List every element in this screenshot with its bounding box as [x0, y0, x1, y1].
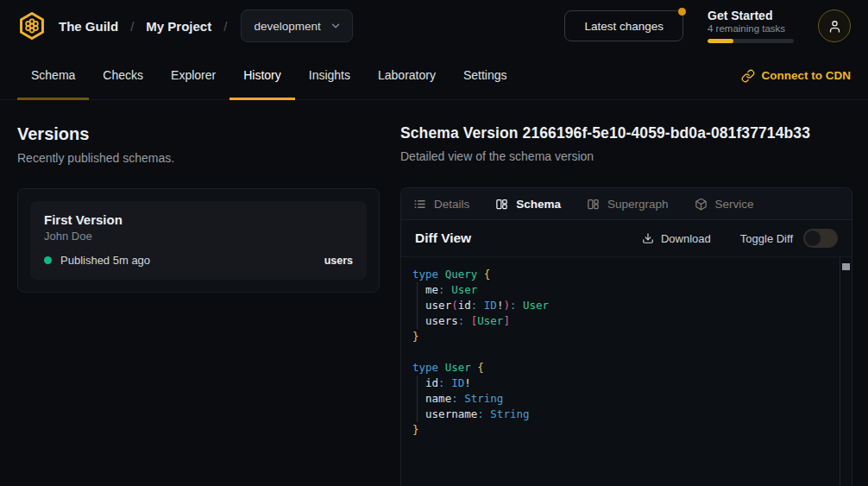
schema-version-detail: Schema Version 2166196f-5e10-4059-bd0a-0… — [397, 100, 868, 486]
tab-supergraph-label: Supergraph — [607, 198, 669, 211]
versions-title: Versions — [17, 124, 380, 144]
get-started-progress-fill — [708, 39, 733, 43]
get-started-title: Get Started — [708, 9, 794, 22]
version-author: John Doe — [44, 230, 353, 243]
header-right: Latest changes Get Started 4 remaining t… — [564, 9, 851, 43]
schema-version-subtitle: Detailed view of the schema version — [400, 149, 852, 163]
tab-schema-label: Schema — [516, 198, 561, 211]
code-line: username: String — [412, 407, 829, 422]
download-button[interactable]: Download — [642, 232, 711, 245]
chevron-down-icon — [330, 20, 342, 32]
primary-nav: Schema Checks Explorer History Insights … — [0, 52, 868, 100]
nav-tab-history[interactable]: History — [230, 52, 295, 100]
target-select-dropdown[interactable]: development — [241, 9, 352, 42]
tab-details-label: Details — [434, 198, 469, 211]
code-line: name: String — [412, 391, 829, 407]
published-status-dot — [44, 256, 52, 264]
versions-subtitle: Recently published schemas. — [17, 151, 380, 165]
target-select-value: development — [254, 20, 320, 33]
nav-tab-explorer[interactable]: Explorer — [157, 52, 230, 100]
user-icon — [827, 19, 842, 34]
tab-service-label: Service — [715, 198, 754, 211]
tab-details[interactable]: Details — [413, 198, 469, 211]
columns-icon — [495, 198, 508, 211]
app-window: The Guild / My Project / development Lat… — [0, 0, 868, 486]
code-line: } — [412, 422, 829, 438]
connect-to-cdn-link[interactable]: Connect to CDN — [741, 52, 852, 99]
schema-version-title: Schema Version 2166196f-5e10-4059-bd0a-0… — [400, 124, 852, 142]
breadcrumb-project[interactable]: My Project — [146, 19, 211, 34]
notification-dot — [678, 8, 686, 16]
code-line: id: ID! — [412, 376, 829, 391]
link-icon — [741, 69, 755, 83]
code-block: type Query { me: User user(id: ID!): Use… — [401, 257, 852, 438]
toggle-diff-label: Toggle Diff — [740, 232, 793, 245]
versions-panel: Versions Recently published schemas. Fir… — [0, 100, 397, 486]
get-started-widget[interactable]: Get Started 4 remaining tasks — [708, 9, 794, 43]
breadcrumb: The Guild / My Project / — [59, 19, 227, 34]
nav-tab-laboratory[interactable]: Laboratory — [364, 52, 450, 100]
tab-service[interactable]: Service — [695, 198, 754, 211]
nav-tab-checks[interactable]: Checks — [89, 52, 157, 100]
version-status-row: Published 5m ago users — [44, 254, 353, 267]
connect-to-cdn-label: Connect to CDN — [762, 69, 852, 82]
main-content: Versions Recently published schemas. Fir… — [0, 100, 868, 486]
version-status: Published 5m ago — [60, 254, 150, 267]
version-list-item[interactable]: First Version John Doe Published 5m ago … — [30, 201, 367, 280]
schema-detail-panel: Details Schema — [400, 187, 852, 486]
nav-tab-insights[interactable]: Insights — [295, 52, 364, 100]
list-icon — [413, 198, 426, 211]
tab-schema[interactable]: Schema — [495, 198, 561, 211]
breadcrumb-separator: / — [223, 19, 227, 34]
download-icon — [642, 232, 654, 244]
versions-list-card: First Version John Doe Published 5m ago … — [17, 188, 380, 293]
version-service-badge: users — [324, 255, 353, 267]
latest-changes-label: Latest changes — [584, 20, 664, 33]
code-line: user(id: ID!): User — [412, 298, 829, 313]
breadcrumb-org[interactable]: The Guild — [59, 19, 118, 34]
tab-supergraph[interactable]: Supergraph — [587, 198, 669, 211]
header: The Guild / My Project / development Lat… — [0, 0, 868, 52]
columns-icon — [587, 198, 600, 211]
code-line: me: User — [412, 282, 829, 298]
latest-changes-button[interactable]: Latest changes — [564, 10, 683, 41]
get-started-progress-bar — [708, 39, 794, 43]
box-icon — [695, 198, 708, 211]
detail-tab-bar: Details Schema — [401, 188, 852, 220]
scrollbar-thumb[interactable] — [842, 263, 850, 270]
code-line: type Query { — [412, 267, 829, 282]
code-line: users: [User] — [412, 313, 829, 329]
user-avatar[interactable] — [818, 9, 851, 42]
diff-view-header: Diff View Download Toggle Diff — [401, 220, 852, 257]
breadcrumb-separator: / — [130, 19, 134, 34]
nav-tab-settings[interactable]: Settings — [450, 52, 521, 100]
get-started-subtitle: 4 remaining tasks — [708, 23, 794, 34]
nav-tab-schema[interactable]: Schema — [17, 52, 89, 100]
scrollbar-track[interactable] — [840, 257, 852, 486]
download-label: Download — [661, 232, 711, 245]
code-line — [412, 344, 829, 360]
toggle-diff-control: Toggle Diff — [740, 229, 838, 248]
hive-logo-icon[interactable] — [17, 11, 47, 41]
version-name: First Version — [44, 212, 353, 227]
toggle-diff-switch[interactable] — [803, 229, 838, 248]
diff-view-title: Diff View — [415, 230, 471, 246]
toggle-knob — [805, 230, 821, 246]
code-line: } — [412, 329, 829, 344]
code-line: type User { — [412, 360, 829, 376]
schema-code-viewer[interactable]: type Query { me: User user(id: ID!): Use… — [401, 257, 852, 486]
